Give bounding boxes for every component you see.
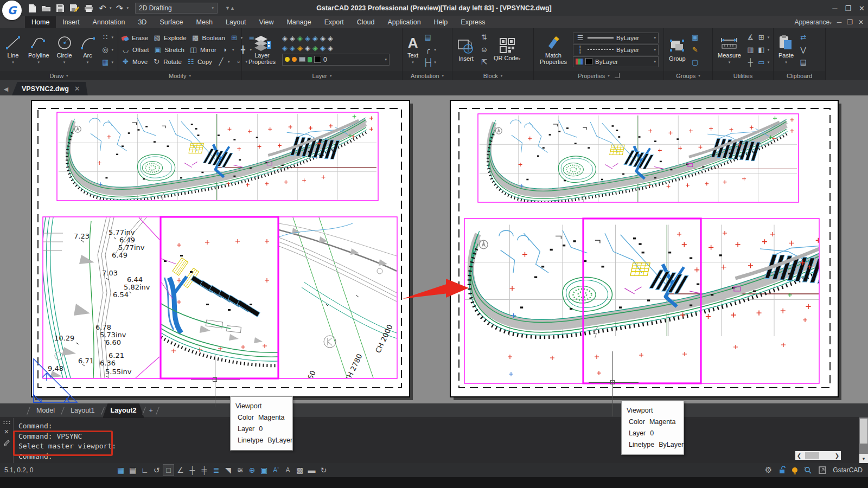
text-button[interactable]: A Text▾: [405, 34, 420, 66]
undo-icon[interactable]: ↶: [97, 2, 108, 14]
offset-button[interactable]: ◡Offset: [121, 46, 149, 54]
open-file-icon[interactable]: [40, 2, 52, 14]
break-icon[interactable]: ╱: [216, 57, 226, 66]
doc-tab-close-icon[interactable]: ✕: [74, 85, 80, 93]
layout-tab-add[interactable]: +: [144, 403, 157, 418]
panel-label-utilities[interactable]: Utilities: [713, 71, 773, 80]
quick-select-icon[interactable]: ⊞: [757, 33, 766, 41]
layer-select[interactable]: 0 ▾: [282, 54, 390, 66]
panel-label-block[interactable]: Block▾: [452, 71, 533, 80]
ribbon-tab-insert[interactable]: Insert: [56, 16, 86, 28]
command-drag-handle-icon[interactable]: [3, 420, 10, 424]
ribbon-tab-application[interactable]: Application: [381, 16, 427, 28]
stretch-button[interactable]: ▣Stretch: [153, 46, 184, 54]
layout-tab-layout2[interactable]: Layout2: [103, 403, 144, 418]
gear-icon[interactable]: ⚙: [765, 465, 772, 475]
ribbon-tab-annotation[interactable]: Annotation: [86, 16, 132, 28]
workspace-select[interactable]: 2D Drafting ▾: [135, 3, 218, 14]
command-window[interactable]: × Command:Command: VPSYNCSelect master v…: [0, 418, 868, 463]
panel-label-annotation[interactable]: Annotation▾: [403, 71, 452, 80]
boolean-button[interactable]: ▩Boolean: [191, 34, 225, 42]
layer-on-icon[interactable]: ◈: [282, 34, 288, 42]
move-button[interactable]: ✥Move: [121, 57, 148, 66]
layer-lock-icon[interactable]: ◈: [297, 44, 303, 52]
ribbon-tab-layout[interactable]: Layout: [219, 16, 253, 28]
ungroup-icon[interactable]: ▣: [691, 33, 700, 41]
layer-freeze-icon[interactable]: ◈: [290, 34, 295, 42]
save-as-icon[interactable]: [68, 2, 80, 14]
ribbon-restore-icon[interactable]: ❐: [847, 18, 853, 26]
block-attach-icon[interactable]: ⇱: [480, 58, 489, 66]
measure-button[interactable]: Measure▾: [716, 34, 743, 66]
command-horizontal-scrollbar[interactable]: ❮ ❯: [795, 451, 841, 460]
osnap-marker-icon[interactable]: ┼: [187, 464, 198, 476]
panel-label-draw[interactable]: Draw▾: [0, 71, 118, 80]
search-icon[interactable]: [804, 466, 812, 474]
object-snap-icon[interactable]: □: [163, 464, 174, 476]
quick-search-icon[interactable]: ⊕: [246, 464, 258, 476]
copy-clip-icon[interactable]: ⇄: [799, 33, 808, 41]
ribbon-tab-help[interactable]: Help: [427, 16, 455, 28]
ribbon-tab-mesh[interactable]: Mesh: [189, 16, 219, 28]
ribbon-tab-express[interactable]: Express: [454, 16, 492, 28]
line-button[interactable]: Line▾: [3, 34, 23, 66]
layer-prev-icon[interactable]: ◈: [320, 34, 326, 42]
panel-label-properties[interactable]: Properties▾: [534, 71, 663, 80]
layout-tab-model[interactable]: Model: [29, 403, 62, 418]
scroll-left-icon[interactable]: ❮: [795, 453, 803, 459]
select-window-icon[interactable]: ▭: [757, 58, 766, 66]
match-properties-button[interactable]: Match Properties: [537, 34, 570, 66]
command-edit-icon[interactable]: [3, 439, 10, 446]
erase-button[interactable]: Erase: [121, 35, 148, 41]
qr-code-button[interactable]: QR Code▾: [492, 36, 522, 63]
fullscreen-icon[interactable]: [819, 466, 826, 474]
color-select[interactable]: ByLayer▾: [573, 56, 659, 67]
workspace-switch-icon[interactable]: ▣: [258, 464, 270, 476]
ribbon-tab-view[interactable]: View: [253, 16, 280, 28]
minimize-button[interactable]: ─: [832, 4, 837, 12]
ribbon-close-icon[interactable]: ✕: [858, 18, 864, 26]
circle-button[interactable]: Circle▾: [54, 34, 75, 66]
bulb-icon[interactable]: [792, 467, 797, 473]
panel-label-clipboard[interactable]: Clipboard: [774, 71, 825, 80]
dimension-icon[interactable]: ├┤: [423, 58, 432, 66]
appearance-menu[interactable]: Appearance▾: [794, 18, 831, 26]
layer-walk-icon[interactable]: ◈: [320, 44, 326, 52]
scroll-right-icon[interactable]: ❯: [833, 453, 841, 459]
layer-state-icon[interactable]: ◈: [328, 34, 333, 42]
panel-label-layer[interactable]: Layer▾: [242, 71, 402, 80]
redo-caret-icon[interactable]: ▾: [127, 6, 129, 10]
count-icon[interactable]: ◧: [757, 46, 766, 54]
save-icon[interactable]: [54, 2, 66, 14]
close-button[interactable]: ✕: [859, 4, 865, 12]
restore-button[interactable]: ❐: [845, 4, 851, 12]
annotation-scale-icon[interactable]: Aʼ: [270, 464, 282, 476]
panel-label-modify[interactable]: Modify▾: [118, 71, 241, 80]
layer-off-icon[interactable]: ◈: [305, 44, 310, 52]
ellipse-icon[interactable]: ◎: [101, 46, 110, 54]
copy-button[interactable]: ☷Copy: [186, 57, 212, 66]
quick-calc-icon[interactable]: ▥: [746, 46, 755, 54]
doc-tab-scroll-left-icon[interactable]: ◀: [0, 82, 12, 95]
group-edit-icon[interactable]: ✎: [691, 46, 700, 54]
ribbon-tab-export[interactable]: Export: [318, 16, 350, 28]
customize-toolbar-icon[interactable]: ▼▲: [225, 5, 235, 11]
layer-properties-button[interactable]: Layer Properties: [245, 34, 279, 66]
rotate-button[interactable]: ↻Rotate: [152, 57, 182, 66]
hatch-icon[interactable]: ▦: [101, 58, 110, 66]
fillet-icon[interactable]: ◗: [221, 46, 230, 54]
layer-match-icon[interactable]: ◈: [312, 34, 318, 42]
hatch-preview-icon[interactable]: ▩: [294, 464, 305, 476]
layout-tab-layout1[interactable]: Layout1: [63, 403, 102, 418]
ribbon-tab-3d[interactable]: 3D: [131, 16, 153, 28]
hscroll-thumb[interactable]: [805, 452, 819, 459]
ribbon-minimize-icon[interactable]: ─: [837, 18, 842, 26]
ribbon-tab-surface[interactable]: Surface: [153, 16, 189, 28]
insert-button[interactable]: Insert: [455, 37, 477, 62]
layer-unlock-icon[interactable]: ◈: [297, 34, 303, 42]
table-toggle-icon[interactable]: ▬: [306, 464, 317, 476]
panel-expander-icon[interactable]: [615, 73, 620, 78]
ortho-icon[interactable]: ∟: [139, 464, 150, 476]
snap-grid-icon[interactable]: ▦: [115, 464, 126, 476]
redo-icon[interactable]: ↷: [114, 2, 126, 14]
